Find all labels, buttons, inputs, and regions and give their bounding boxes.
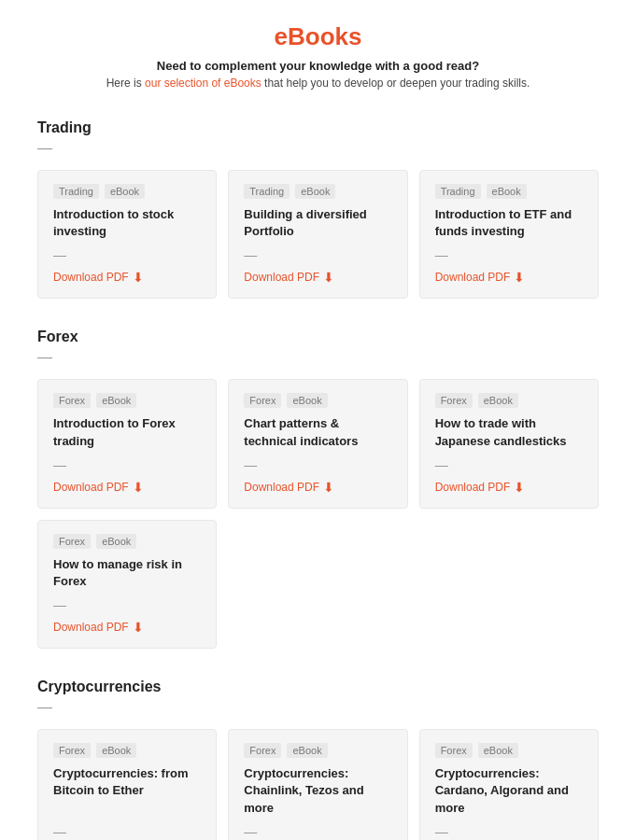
card-tag: Forex	[244, 743, 281, 758]
page-desc: Here is our selection of eBooks that hel…	[37, 77, 599, 90]
card: ForexeBookCryptocurrencies: Cardano, Alg…	[419, 729, 599, 840]
download-pdf-link[interactable]: Download PDF⬇	[435, 480, 583, 495]
card: ForexeBookChart patterns & technical ind…	[228, 379, 407, 508]
card-dash: —	[53, 247, 201, 262]
card-tags: ForexeBook	[435, 393, 583, 408]
download-label: Download PDF	[435, 481, 511, 494]
card-tag: eBook	[96, 534, 136, 549]
card-tag: eBook	[105, 184, 145, 199]
card: ForexeBookCryptocurrencies: Chainlink, T…	[228, 729, 407, 840]
card-dash: —	[435, 824, 583, 839]
card-tag: eBook	[487, 184, 527, 199]
card-title: Cryptocurrencies: from Bitcoin to Ether	[53, 765, 201, 817]
card-tags: ForexeBook	[53, 743, 201, 758]
card-tag: eBook	[478, 393, 518, 408]
card-title: Cryptocurrencies: Chainlink, Tezos and m…	[244, 765, 391, 817]
card-tag: Forex	[53, 743, 91, 758]
section-title-cryptocurrencies: Cryptocurrencies	[37, 679, 599, 695]
card: TradingeBookIntroduction to stock invest…	[37, 170, 217, 299]
card-dash: —	[53, 824, 201, 839]
section-title-forex: Forex	[37, 329, 599, 345]
card-tag: eBook	[287, 393, 327, 408]
download-pdf-link[interactable]: Download PDF⬇	[53, 270, 201, 285]
card-tag: eBook	[96, 743, 136, 758]
desc-prefix: Here is	[106, 77, 145, 90]
card-tags: ForexeBook	[244, 743, 391, 758]
card-title: Introduction to Forex trading	[53, 415, 201, 449]
card-tag: eBook	[287, 743, 327, 758]
card-tags: ForexeBook	[435, 743, 583, 758]
section-forex: Forex—ForexeBookIntroduction to Forex tr…	[37, 329, 599, 649]
card-tag: eBook	[295, 184, 335, 199]
download-icon: ⬇	[133, 620, 144, 635]
download-label: Download PDF	[53, 271, 129, 284]
card: ForexeBookCryptocurrencies: from Bitcoin…	[37, 729, 217, 840]
download-label: Download PDF	[244, 481, 319, 494]
download-icon: ⬇	[514, 270, 525, 285]
download-pdf-link[interactable]: Download PDF⬇	[244, 480, 391, 495]
card-dash: —	[435, 247, 583, 262]
download-label: Download PDF	[53, 621, 129, 634]
card-title: How to manage risk in Forex	[53, 556, 201, 590]
page-wrapper: eBooks Need to complement your knowledge…	[0, 0, 636, 840]
card-dash: —	[53, 457, 201, 472]
section-divider-cryptocurrencies: —	[37, 699, 599, 716]
card-tags: ForexeBook	[244, 393, 391, 408]
cards-grid-cryptocurrencies: ForexeBookCryptocurrencies: from Bitcoin…	[37, 729, 599, 840]
section-cryptocurrencies: Cryptocurrencies—ForexeBookCryptocurrenc…	[37, 679, 599, 840]
card: TradingeBookIntroduction to ETF and fund…	[419, 170, 599, 299]
card-title: Building a diversified Portfolio	[244, 206, 391, 240]
card-dash: —	[244, 824, 391, 839]
card-tag: Trading	[244, 184, 290, 199]
page-title: eBooks	[37, 22, 599, 51]
card-title: Cryptocurrencies: Cardano, Algorand and …	[435, 765, 583, 817]
section-trading: Trading—TradingeBookIntroduction to stoc…	[37, 119, 599, 299]
card-tags: TradingeBook	[435, 184, 583, 199]
download-pdf-link[interactable]: Download PDF⬇	[53, 620, 201, 635]
card-tags: ForexeBook	[53, 534, 201, 549]
card-tag: eBook	[96, 393, 136, 408]
desc-suffix: that help you to develop or deepen your …	[261, 77, 530, 90]
section-divider-forex: —	[37, 349, 599, 366]
desc-link[interactable]: our selection of eBooks	[145, 77, 261, 90]
card-title: Chart patterns & technical indicators	[244, 415, 391, 449]
section-title-trading: Trading	[37, 119, 599, 136]
card-dash: —	[244, 457, 391, 472]
download-icon: ⬇	[323, 480, 334, 495]
download-pdf-link[interactable]: Download PDF⬇	[53, 480, 201, 495]
card-tags: ForexeBook	[53, 393, 201, 408]
download-pdf-link[interactable]: Download PDF⬇	[244, 270, 391, 285]
download-pdf-link[interactable]: Download PDF⬇	[435, 270, 583, 285]
download-label: Download PDF	[435, 271, 511, 284]
card-tags: TradingeBook	[244, 184, 391, 199]
cards-grid-trading: TradingeBookIntroduction to stock invest…	[37, 170, 599, 299]
download-label: Download PDF	[244, 271, 319, 284]
download-label: Download PDF	[53, 481, 129, 494]
card-tag: eBook	[478, 743, 518, 758]
card: ForexeBookHow to manage risk in Forex—Do…	[37, 520, 217, 649]
card-tag: Forex	[53, 393, 91, 408]
card: ForexeBookHow to trade with Japanese can…	[419, 379, 599, 508]
card-title: How to trade with Japanese candlesticks	[435, 415, 583, 449]
download-icon: ⬇	[323, 270, 334, 285]
card-dash: —	[435, 457, 583, 472]
card-dash: —	[53, 597, 201, 612]
card-title: Introduction to ETF and funds investing	[435, 206, 583, 240]
card-tag: Forex	[53, 534, 91, 549]
card: TradingeBookBuilding a diversified Portf…	[228, 170, 407, 299]
sections-container: Trading—TradingeBookIntroduction to stoc…	[37, 119, 599, 840]
section-divider-trading: —	[37, 140, 599, 157]
cards-grid-forex: ForexeBookIntroduction to Forex trading—…	[37, 379, 599, 649]
card-dash: —	[244, 247, 391, 262]
card: ForexeBookIntroduction to Forex trading—…	[37, 379, 217, 508]
card-tags: TradingeBook	[53, 184, 201, 199]
card-tag: Forex	[435, 393, 473, 408]
card-title: Introduction to stock investing	[53, 206, 201, 240]
card-tag: Forex	[244, 393, 281, 408]
page-subtitle: Need to complement your knowledge with a…	[37, 59, 599, 73]
download-icon: ⬇	[133, 480, 144, 495]
card-tag: Trading	[53, 184, 99, 199]
download-icon: ⬇	[514, 480, 525, 495]
card-tag: Trading	[435, 184, 481, 199]
card-tag: Forex	[435, 743, 473, 758]
